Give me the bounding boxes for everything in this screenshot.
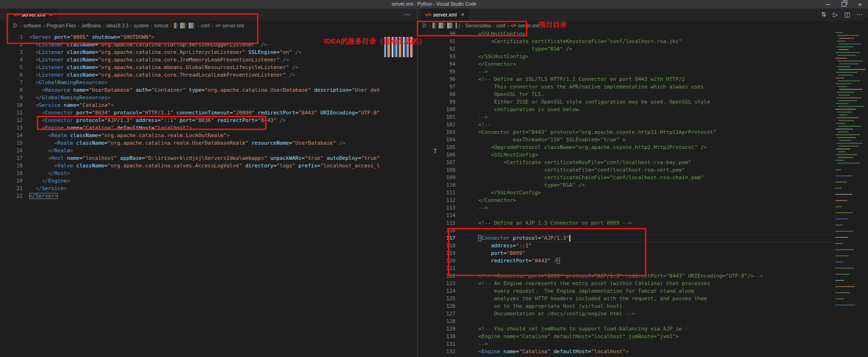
code-line: <Engine name="Catalina" defaultHost="loc… (466, 348, 834, 356)
line-number: 108 (418, 166, 455, 174)
line-number: 90 (418, 30, 455, 38)
breadcrumb-item[interactable]: D: (13, 23, 18, 28)
breadcrumb-item[interactable]: D: (422, 23, 427, 28)
line-number: 132 (418, 348, 455, 356)
code-line: port="8009" (466, 250, 834, 257)
more-actions-icon[interactable]: ··· (857, 9, 863, 21)
code-line: <Realm className="org.apache.catalina.re… (29, 139, 387, 147)
code-line: certificateChainFile="conf/localhost-rsa… (466, 174, 834, 182)
line-number: 93 (418, 53, 455, 61)
line-number: 110 (418, 182, 455, 189)
chevron-right-icon: › (507, 23, 508, 28)
breadcrumb-item[interactable]: Program Files (46, 23, 76, 28)
breadcrumb-item[interactable]: conf (201, 23, 210, 28)
editor-left[interactable]: 12345678910111213141516171819202122 <Ser… (0, 30, 417, 357)
minimap[interactable] (834, 23, 865, 357)
line-number: 123 (418, 280, 455, 287)
code-line: </Host> (29, 170, 387, 177)
chevron-right-icon: › (78, 23, 79, 28)
code-line: type="RSA" /> (466, 182, 834, 189)
editor-right[interactable]: 9091929394959697989910010110210310410510… (418, 30, 868, 357)
minimize-window-button[interactable] (820, 0, 836, 9)
code-line: <Service name="Catalina"> (29, 102, 387, 109)
restore-window-button[interactable] (836, 0, 852, 9)
line-number: 94 (418, 61, 455, 68)
code-area[interactable]: <SSLHostConfig> <Certificate certificate… (466, 30, 834, 357)
code-line: </SSLHostConfig> (466, 189, 834, 197)
code-line: </Connector> (466, 61, 834, 68)
line-number: 116 (418, 227, 455, 235)
window-title: server.xml - Python - Visual Studio Code (0, 0, 868, 9)
line-number: 92 (418, 45, 455, 53)
code-line: <GlobalNamingResources> (29, 79, 387, 87)
code-line: certificateFile="conf/localhost-rsa-cert… (466, 166, 834, 174)
title-bar: server.xml - Python - Visual Studio Code… (0, 0, 868, 9)
code-line: <SSLHostConfig> (466, 30, 834, 38)
line-number: 6 (0, 71, 23, 79)
overview-ruler[interactable] (865, 17, 868, 357)
code-line: <Connector port="8443" protocol="org.apa… (466, 129, 834, 136)
line-number-gutter: 9091929394959697989910010110210310410510… (418, 30, 455, 357)
breadcrumb-item[interactable]: software (23, 23, 41, 28)
breadcrumb-item[interactable]: idea18.3.3 (106, 23, 129, 28)
code-line: <Host name="localhost" appBase="D:\irisw… (29, 155, 387, 162)
line-number: 21 (0, 185, 23, 192)
chevron-right-icon: › (20, 23, 21, 28)
code-line: <Engine name="Catalina" defaultHost="loc… (29, 124, 387, 132)
line-number: 121 (418, 265, 455, 272)
breadcrumb-item[interactable]: ServersIdea (465, 23, 491, 28)
chevron-right-icon: › (429, 23, 430, 28)
breadcrumb-item[interactable]: j (459, 23, 460, 28)
xml-file-icon: </> (215, 24, 220, 28)
code-line: </Connector> (466, 197, 834, 204)
breadcrumb-item[interactable]: JetBrains (81, 23, 101, 28)
line-number: 113 (418, 204, 455, 212)
code-line: redirectPort="8443" /> (466, 257, 834, 265)
close-tab-icon[interactable]: × (50, 11, 53, 18)
code-line: Documentation at /docs/config/engine.htm… (466, 310, 834, 318)
breadcrumb-item[interactable]: server.xml (223, 23, 244, 28)
vscode-window: server.xml - Python - Visual Studio Code… (0, 0, 868, 357)
editor-group-divider[interactable] (417, 9, 418, 357)
line-number: 100 (418, 106, 455, 113)
code-area[interactable]: <Server port="8005" shutdown="SHUTDOWN">… (29, 30, 387, 357)
redaction-mosaic (384, 37, 413, 57)
code-line: <!-- An Engine represents the entry poin… (466, 280, 834, 287)
code-line: <Listener className="org.apache.catalina… (29, 56, 387, 64)
close-window-button[interactable]: × (852, 0, 868, 9)
code-line: This connector uses the APR/native imple… (466, 83, 834, 91)
breadcrumb-item[interactable]: conf (496, 23, 505, 28)
line-number: 12 (0, 117, 23, 124)
code-line (466, 318, 834, 325)
editor-group-right: </> server.xml × ⇅▷◫··· D:›j›ServersIdea… (418, 9, 868, 357)
redacted-path-segment (432, 23, 457, 28)
code-line: <Listener className="org.apache.catalina… (29, 41, 387, 49)
open-changes-icon[interactable]: ⇅ (821, 9, 826, 21)
line-number: 4 (0, 56, 23, 64)
more-actions-icon[interactable]: ··· (404, 9, 411, 21)
line-number: 9 (0, 94, 23, 102)
breadcrumb-item[interactable]: system (134, 23, 149, 28)
line-number: 1 (0, 34, 23, 41)
split-editor-icon[interactable]: ◫ (844, 9, 850, 21)
stray-glyph-t: T (433, 148, 437, 155)
line-number: 112 (418, 197, 455, 204)
line-number: 96 (418, 76, 455, 83)
close-tab-icon[interactable]: × (461, 11, 464, 18)
breadcrumb-item[interactable]: tomcat (154, 23, 168, 28)
line-number-gutter: 12345678910111213141516171819202122 (0, 30, 23, 357)
code-line (466, 227, 834, 235)
line-number: 3 (0, 49, 23, 56)
code-line: --> (466, 204, 834, 212)
code-line: </SSLHostConfig> (466, 53, 834, 61)
line-number: 99 (418, 98, 455, 106)
code-line: <UpgradeProtocol className="org.apache.c… (466, 144, 834, 151)
line-number: 115 (418, 219, 455, 227)
tab-server-xml-left[interactable]: </> server.xml × (9, 9, 57, 21)
breadcrumb-item[interactable]: server.xml (518, 23, 540, 28)
tab-server-xml-right[interactable]: </> server.xml × (421, 9, 469, 21)
run-icon[interactable]: ▷ (833, 9, 838, 21)
code-line: type="RSA" /> (466, 45, 834, 53)
code-line: <Certificate certificateKeyFile="conf/lo… (466, 159, 834, 166)
xml-file-icon: </> (14, 13, 19, 17)
